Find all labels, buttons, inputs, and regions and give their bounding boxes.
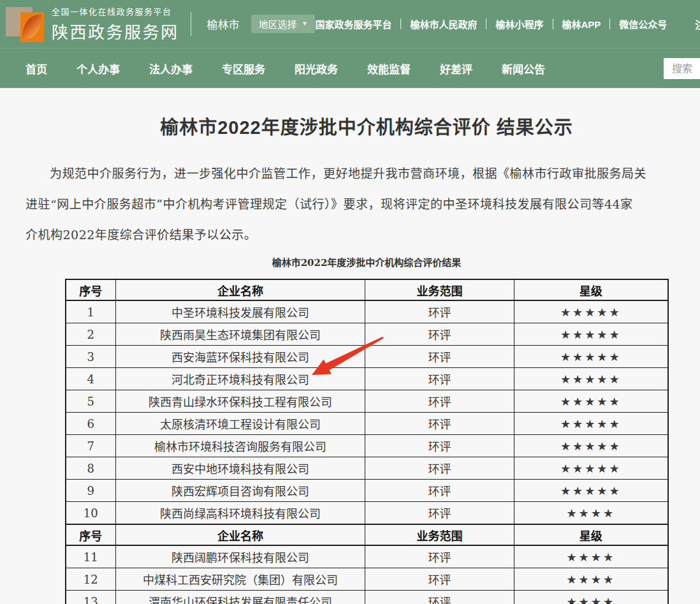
cell-scope: 环评 (365, 568, 514, 591)
link-separator (486, 18, 486, 29)
nav-item-personal[interactable]: 个人办事 (77, 61, 120, 77)
cell-star-rating: ★★★★★ (514, 457, 668, 480)
brand-block: 全国一体化在线政务服务平台 陕西政务服务网 (52, 5, 179, 43)
nav-item-legal-person[interactable]: 法人办事 (149, 61, 193, 77)
evaluation-table: 序号 企业名称 业务范围 星级 1 中圣环境科技发展有限公司 环评 ★★★★★ … (65, 279, 669, 604)
col-header-scope: 业务范围 (365, 524, 514, 545)
link-separator (400, 18, 401, 29)
cell-company-name: 河北奇正环境科技有限公司 (116, 368, 365, 390)
cell-scope: 环评 (365, 368, 514, 390)
platform-label: 全国一体化在线政务服务平台 (52, 5, 179, 17)
cell-no: 9 (66, 480, 116, 502)
table-row: 9 陕西宏辉项目咨询有限公司 环评 ★★★★★ (66, 480, 668, 502)
region-selector-label: 地区选择 (259, 17, 297, 31)
cell-company-name: 陕西青山绿水环保科技工程有限公司 (116, 390, 365, 413)
top-link-wechat[interactable]: 微信公众号 (619, 17, 667, 31)
nav-item-home[interactable]: 首页 (26, 61, 47, 77)
article-content: 榆林市2022年度涉批中介机构综合评价 结果公示 为规范中介服务行为，进一步强化… (0, 112, 700, 604)
cell-scope: 环评 (365, 502, 514, 525)
table-row: 7 榆林市环境科技咨询服务有限公司 环评 ★★★★★ (66, 435, 668, 457)
table-row: 11 陕西阔鹏环保科技有限公司 环评 ★★★★ (66, 545, 668, 568)
link-separator (609, 18, 610, 29)
top-link-city-government[interactable]: 榆林市人民政府 (410, 17, 477, 31)
top-link-mini-program[interactable]: 榆林小程序 (495, 17, 543, 31)
cell-no: 11 (66, 545, 116, 568)
table-header-row: 序号 企业名称 业务范围 星级 (66, 279, 668, 300)
table-row: 10 陕西尚绿高科环境科技有限公司 环评 ★★★★ (66, 502, 668, 525)
cell-scope: 环评 (365, 413, 514, 435)
cell-company-name: 中圣环境科技发展有限公司 (116, 300, 365, 323)
search-box (664, 58, 700, 79)
table-caption: 榆林市2022年度涉批中介机构综合评价结果 (0, 255, 700, 269)
cell-no: 3 (66, 346, 116, 368)
cell-star-rating: ★★★★★ (514, 390, 668, 413)
cell-company-name: 陕西宏辉项目咨询有限公司 (116, 480, 365, 502)
paragraph-line: 进驻“网上中介服务超市”中介机构考评管理规定（试行）》要求，现将评定的中圣环境科… (0, 189, 700, 219)
announcement-paragraph: 为规范中介服务行为，进一步强化中介监管工作，更好地提升我市营商环境，根据《榆林市… (0, 158, 700, 250)
col-header-stars: 星级 (514, 279, 668, 300)
register-link[interactable]: 注 (695, 17, 700, 32)
table-row: 12 中煤科工西安研究院（集团）有限公司 环评 ★★★★ (66, 568, 668, 591)
nav-item-zone-services[interactable]: 专区服务 (222, 61, 265, 77)
cell-star-rating: ★★★★★ (514, 300, 668, 323)
cell-company-name: 西安中地环境科技有限公司 (116, 457, 365, 480)
top-link-app[interactable]: 榆林APP (562, 17, 601, 31)
cell-company-name: 西安海蓝环保科技有限公司 (116, 346, 365, 368)
current-city-label[interactable]: 榆林市 (207, 16, 240, 32)
site-name: 陕西政务服务网 (52, 19, 179, 43)
cell-no: 10 (66, 502, 116, 525)
cell-scope: 环评 (365, 390, 514, 413)
main-nav: 首页 个人办事 法人办事 专区服务 阳光政务 效能监督 好差评 新闻公告 (0, 48, 700, 88)
cell-no: 6 (66, 413, 116, 435)
cell-star-rating: ★★★★ (514, 568, 668, 591)
cell-star-rating: ★★★★★ (514, 435, 668, 457)
cell-scope: 环评 (365, 480, 514, 502)
nav-item-open-government[interactable]: 阳光政务 (295, 61, 338, 77)
cell-scope: 环评 (365, 346, 514, 368)
table-row: 6 太原核清环境工程设计有限公司 环评 ★★★★★ (66, 413, 668, 435)
cell-no: 7 (66, 435, 116, 457)
cell-company-name: 陕西雨昊生态环境集团有限公司 (116, 323, 365, 346)
site-header: 全国一体化在线政务服务平台 陕西政务服务网 榆林市 地区选择 ▼ 国家政务服务平… (0, 0, 700, 48)
cell-company-name: 渭南华山环保科技发展有限责任公司 (116, 591, 365, 604)
col-header-no: 序号 (66, 279, 116, 300)
cell-star-rating: ★★★★★ (514, 346, 668, 368)
cell-star-rating: ★★★★ (514, 545, 668, 568)
col-header-name: 企业名称 (116, 524, 365, 545)
cell-star-rating: ★★★★ (514, 591, 668, 604)
top-link-national-platform[interactable]: 国家政务服务平台 (315, 17, 391, 31)
site-logo[interactable] (5, 5, 42, 43)
col-header-scope: 业务范围 (365, 279, 514, 300)
nav-item-rating[interactable]: 好差评 (440, 61, 472, 77)
table-row: 2 陕西雨昊生态环境集团有限公司 环评 ★★★★★ (66, 323, 668, 346)
region-selector-button[interactable]: 地区选择 ▼ (251, 15, 316, 33)
cell-company-name: 陕西尚绿高科环境科技有限公司 (116, 502, 365, 525)
page: 全国一体化在线政务服务平台 陕西政务服务网 榆林市 地区选择 ▼ 国家政务服务平… (0, 0, 700, 604)
cell-company-name: 榆林市环境科技咨询服务有限公司 (116, 435, 365, 457)
cell-no: 12 (66, 568, 116, 591)
table-row: 13 渭南华山环保科技发展有限责任公司 环评 ★★★★ (66, 591, 668, 604)
table-row: 1 中圣环境科技发展有限公司 环评 ★★★★★ (66, 300, 668, 323)
table-row: 3 西安海蓝环保科技有限公司 环评 ★★★★★ (66, 346, 668, 368)
cell-star-rating: ★★★★ (514, 502, 668, 525)
col-header-no: 序号 (66, 524, 116, 545)
cell-no: 2 (66, 323, 116, 346)
cell-company-name: 中煤科工西安研究院（集团）有限公司 (116, 568, 365, 591)
nav-item-efficiency-supervision[interactable]: 效能监督 (367, 61, 411, 77)
col-header-name: 企业名称 (116, 279, 365, 300)
cell-company-name: 太原核清环境工程设计有限公司 (116, 413, 365, 435)
cell-star-rating: ★★★★★ (514, 480, 668, 502)
cell-no: 4 (66, 368, 116, 390)
table-row: 8 西安中地环境科技有限公司 环评 ★★★★★ (66, 457, 668, 480)
search-input[interactable] (664, 63, 700, 75)
cell-company-name: 陕西阔鹏环保科技有限公司 (116, 545, 365, 568)
paragraph-line: 介机构2022年度综合评价结果予以公示。 (0, 219, 700, 250)
nav-item-news[interactable]: 新闻公告 (502, 61, 545, 77)
cell-star-rating: ★★★★★ (514, 413, 668, 435)
header-divider (191, 12, 191, 36)
top-links: 国家政务服务平台 榆林市人民政府 榆林小程序 榆林APP 微信公众号 (315, 17, 667, 31)
cell-star-rating: ★★★★★ (514, 323, 668, 346)
cell-no: 13 (66, 591, 116, 604)
cell-no: 8 (66, 457, 116, 480)
cell-scope: 环评 (365, 435, 514, 457)
